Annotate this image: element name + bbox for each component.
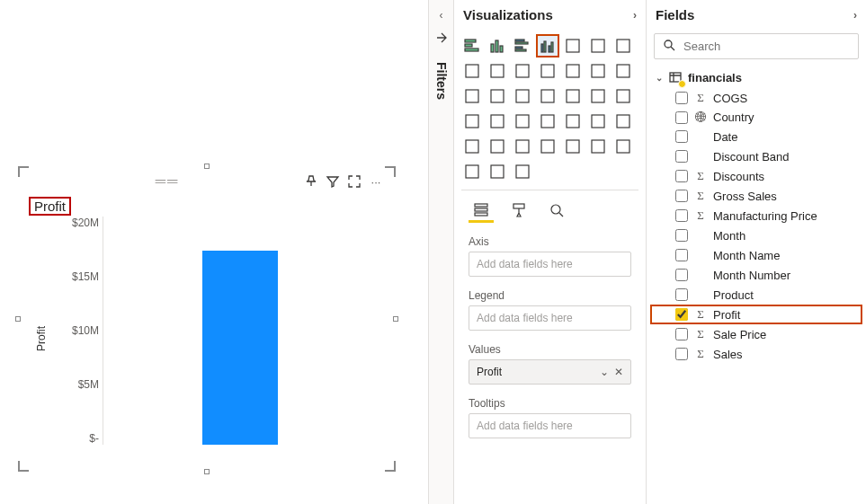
viz-type-custom3[interactable] <box>487 161 508 182</box>
bar-profit[interactable] <box>202 251 278 445</box>
viz-type-slicer[interactable] <box>562 111 584 132</box>
field-checkbox[interactable] <box>675 269 688 281</box>
field-country[interactable]: 🌐︎Country <box>650 108 862 127</box>
field-checkbox[interactable] <box>675 92 688 104</box>
viz-type-scatter[interactable] <box>461 85 483 107</box>
field-discount-band[interactable]: Discount Band <box>650 146 862 166</box>
field-checkbox[interactable] <box>675 111 688 124</box>
field-sale-price[interactable]: ΣSale Price <box>650 324 862 344</box>
viz-type-stacked-area[interactable] <box>487 60 508 82</box>
field-month-number[interactable]: Month Number <box>650 265 862 285</box>
field-checkbox[interactable] <box>675 170 688 182</box>
viz-type-line-stacked-column[interactable] <box>512 60 533 82</box>
viz-type-area[interactable] <box>461 60 483 82</box>
viz-type-qna[interactable] <box>562 136 584 157</box>
field-checkbox[interactable] <box>675 308 688 321</box>
field-month-name[interactable]: Month Name <box>650 245 862 265</box>
viz-type-card[interactable] <box>487 111 508 132</box>
chevron-right-icon[interactable]: › <box>633 9 637 22</box>
filter-icon[interactable] <box>326 174 340 189</box>
field-date[interactable]: Date <box>650 127 862 146</box>
viz-type-ribbon[interactable] <box>562 60 584 82</box>
remove-field-icon[interactable]: ✕ <box>614 366 623 378</box>
field-profit[interactable]: ΣProfit <box>650 305 862 324</box>
viz-type-line[interactable] <box>612 35 634 57</box>
field-checkbox[interactable] <box>675 190 688 202</box>
field-checkbox[interactable] <box>675 328 688 340</box>
viz-type-custom2[interactable] <box>461 161 483 182</box>
viz-type-gauge[interactable] <box>461 111 483 132</box>
viz-type-multi-row-card[interactable] <box>512 111 533 132</box>
visualizations-title: Visualizations <box>463 7 553 22</box>
field-checkbox[interactable] <box>675 209 688 222</box>
viz-type-table[interactable] <box>587 111 609 132</box>
viz-type-clustered-bar[interactable] <box>512 35 533 57</box>
well-drop-tooltips[interactable]: Add data fields here <box>469 413 631 438</box>
viz-type-funnel[interactable] <box>612 60 634 82</box>
field-manufacturing-price[interactable]: ΣManufacturing Price <box>650 206 862 225</box>
viz-type-filled-map[interactable] <box>587 85 609 107</box>
format-tabs <box>461 198 638 223</box>
viz-type-clustered-column[interactable] <box>537 35 558 57</box>
chevron-left-icon[interactable]: ‹ <box>440 9 443 22</box>
viz-type-more[interactable] <box>512 161 533 182</box>
viz-type-decomposition-tree[interactable] <box>537 136 558 157</box>
table-financials[interactable]: ⌄financials <box>650 66 862 88</box>
viz-type-waterfall[interactable] <box>587 60 609 82</box>
field-month[interactable]: Month <box>650 225 862 245</box>
chevron-down-icon[interactable]: ⌄ <box>600 366 609 378</box>
focus-mode-icon[interactable] <box>347 174 362 189</box>
field-checkbox[interactable] <box>675 150 688 163</box>
field-checkbox[interactable] <box>675 249 688 261</box>
viz-type-100-stacked-column[interactable] <box>587 35 609 57</box>
well-drop-axis[interactable]: Add data fields here <box>469 252 631 277</box>
svg-rect-43 <box>592 140 604 153</box>
field-checkbox[interactable] <box>675 348 688 360</box>
tab-fields[interactable] <box>469 198 494 223</box>
viz-type-treemap[interactable] <box>537 85 558 107</box>
tab-format[interactable] <box>506 198 531 223</box>
viz-type-custom1[interactable] <box>612 136 634 157</box>
more-options-icon[interactable]: ··· <box>369 174 383 189</box>
viz-type-matrix[interactable] <box>612 111 634 132</box>
fields-search-input[interactable] <box>683 40 851 53</box>
expand-icon[interactable] <box>434 31 449 48</box>
viz-type-stacked-bar[interactable] <box>461 35 483 57</box>
viz-type-donut[interactable] <box>512 85 533 107</box>
viz-type-python-visual[interactable] <box>487 136 508 157</box>
tab-analytics[interactable] <box>544 198 569 223</box>
field-checkbox[interactable] <box>675 288 688 301</box>
field-gross-sales[interactable]: ΣGross Sales <box>650 186 862 206</box>
resize-handle-right[interactable] <box>393 316 398 322</box>
pin-icon[interactable] <box>304 174 318 189</box>
resize-handle-left[interactable] <box>15 316 21 322</box>
visual-drag-grip[interactable]: ══ <box>31 178 304 185</box>
viz-type-key-influencers[interactable] <box>512 136 533 157</box>
viz-type-r-visual[interactable] <box>461 136 483 157</box>
field-discounts[interactable]: ΣDiscounts <box>650 166 862 186</box>
resize-handle-top[interactable] <box>204 164 210 169</box>
viz-type-line-clustered-column[interactable] <box>537 60 558 82</box>
field-sales[interactable]: ΣSales <box>650 344 862 364</box>
visual-container[interactable]: ══ ··· Profit Profit $20M $15M $10M $5M … <box>18 166 396 472</box>
chevron-down-icon: ⌄ <box>656 73 663 83</box>
field-product[interactable]: Product <box>650 285 862 305</box>
field-cogs[interactable]: ΣCOGS <box>650 88 862 108</box>
chart-title: Profit <box>29 197 71 216</box>
resize-handle-bottom[interactable] <box>204 469 210 474</box>
filters-pane-collapsed[interactable]: ‹ Filters <box>429 0 454 504</box>
report-canvas[interactable]: ══ ··· Profit Profit $20M $15M $10M $5M … <box>0 0 429 504</box>
viz-type-kpi[interactable] <box>537 111 558 132</box>
viz-type-pie[interactable] <box>487 85 508 107</box>
chevron-right-icon[interactable]: › <box>853 9 857 22</box>
viz-type-100-stacked-bar[interactable] <box>562 35 584 57</box>
viz-type-stacked-column[interactable] <box>487 35 508 57</box>
viz-type-paginated[interactable] <box>587 136 609 157</box>
well-drop-legend[interactable]: Add data fields here <box>469 305 631 331</box>
viz-type-map[interactable] <box>562 85 584 107</box>
well-drop-values[interactable]: Profit ⌄ ✕ <box>469 359 631 385</box>
fields-search[interactable] <box>654 33 859 59</box>
viz-type-shape-map[interactable] <box>612 85 634 107</box>
field-checkbox[interactable] <box>675 229 688 242</box>
field-checkbox[interactable] <box>675 130 688 143</box>
